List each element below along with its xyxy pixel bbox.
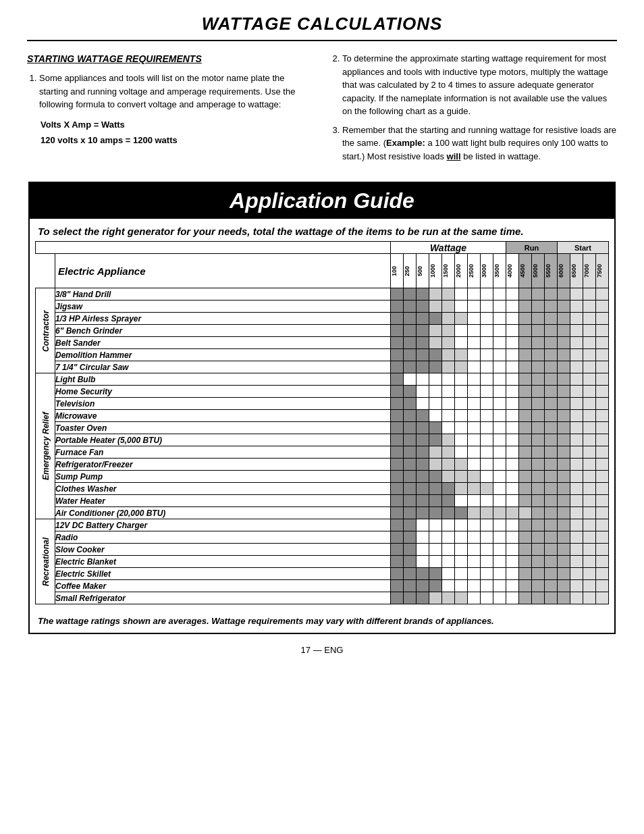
bar-cell (391, 361, 404, 373)
bar-cell (468, 361, 481, 373)
bar-cell (404, 422, 417, 434)
bar-cell (417, 531, 429, 544)
chart-container: Wattage Run Start Electric Appliance 100… (30, 241, 614, 610)
bar-cell (519, 434, 532, 446)
bar-cell (429, 325, 442, 337)
bar-cell (391, 337, 404, 349)
bar-cell (493, 398, 506, 410)
appliance-name: Air Conditioner (20,000 BTU) (55, 507, 391, 519)
bar-cell (429, 580, 442, 592)
bar-cell (417, 349, 429, 361)
bar-cell (391, 325, 404, 337)
col-6500: 6500 (570, 254, 583, 288)
bar-cell (570, 556, 583, 568)
bar-cell (468, 580, 481, 592)
table-row: Air Conditioner (20,000 BTU) (36, 507, 609, 519)
bar-cell (391, 592, 404, 604)
bar-cell (481, 471, 493, 483)
bar-cell (596, 495, 609, 507)
bar-cell (455, 531, 468, 544)
bar-cell (417, 459, 429, 471)
bar-cell (455, 349, 468, 361)
bar-cell (481, 361, 493, 373)
bar-cell (442, 544, 455, 556)
bar-cell (404, 410, 417, 422)
bar-cell (596, 483, 609, 495)
bar-cell (558, 325, 570, 337)
table-row: Electric Skillet (36, 568, 609, 580)
bar-cell (429, 288, 442, 301)
bar-cell (417, 434, 429, 446)
table-row: Demolition Hammer (36, 349, 609, 361)
bar-cell (481, 544, 493, 556)
bar-cell (558, 483, 570, 495)
bar-cell (442, 349, 455, 361)
bar-cell (468, 459, 481, 471)
bar-cell (519, 592, 532, 604)
bar-cell (570, 592, 583, 604)
bar-cell (570, 313, 583, 325)
bar-cell (404, 471, 417, 483)
bar-cell (545, 398, 558, 410)
appliance-name: Light Bulb (55, 373, 391, 386)
col-7500: 7500 (596, 254, 608, 288)
bar-cell (391, 301, 404, 313)
bar-cell (481, 459, 493, 471)
bar-cell (404, 337, 417, 349)
bar-cell (558, 556, 570, 568)
bar-cell (468, 386, 481, 398)
bar-cell (493, 471, 506, 483)
bar-cell (391, 568, 404, 580)
bar-cell (532, 531, 545, 544)
col-4500: 4500 (519, 254, 531, 288)
bar-cell (545, 386, 558, 398)
bar-cell (570, 386, 583, 398)
bar-cell (442, 507, 455, 519)
bar-cell (583, 568, 596, 580)
bar-cell (583, 301, 596, 313)
appliance-name: Furnace Fan (55, 446, 391, 459)
bar-cell (532, 313, 545, 325)
bar-cell (545, 519, 558, 531)
appliance-name: Water Heater (55, 495, 391, 507)
bar-cell (468, 434, 481, 446)
bar-cell (391, 483, 404, 495)
bar-cell (442, 398, 455, 410)
bar-cell (596, 325, 609, 337)
table-row: Slow Cooker (36, 544, 609, 556)
bar-cell (468, 337, 481, 349)
bar-cell (481, 592, 493, 604)
bar-cell (519, 313, 532, 325)
bar-cell (506, 337, 519, 349)
table-row: Recreational12V DC Battery Charger (36, 519, 609, 531)
bar-cell (417, 325, 429, 337)
bar-cell (519, 373, 532, 386)
appliance-name: Portable Heater (5,000 BTU) (55, 434, 391, 446)
bar-cell (468, 592, 481, 604)
bar-cell (506, 519, 519, 531)
bar-cell (429, 568, 442, 580)
bar-cell (545, 544, 558, 556)
formula-line-2: 120 volts x 10 amps = 1200 watts (41, 132, 314, 148)
bar-cell (545, 373, 558, 386)
bar-cell (481, 288, 493, 301)
bar-cell (519, 446, 532, 459)
bar-cell (493, 434, 506, 446)
bar-cell (545, 531, 558, 544)
bar-cell (558, 288, 570, 301)
bar-cell (391, 313, 404, 325)
appliance-name: Refrigerator/Freezer (55, 459, 391, 471)
bar-cell (417, 361, 429, 373)
bar-cell (519, 568, 532, 580)
bar-cell (493, 592, 506, 604)
bar-cell (442, 519, 455, 531)
bar-cell (429, 483, 442, 495)
appliance-name: Microwave (55, 410, 391, 422)
bar-cell (429, 556, 442, 568)
bar-cell (506, 386, 519, 398)
bar-cell (455, 361, 468, 373)
bar-cell (519, 386, 532, 398)
bar-cell (391, 495, 404, 507)
bar-cell (493, 519, 506, 531)
bar-cell (429, 398, 442, 410)
